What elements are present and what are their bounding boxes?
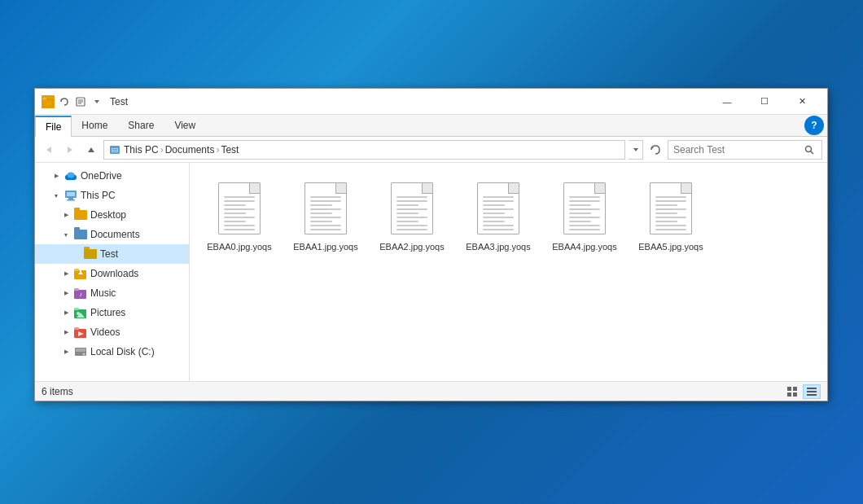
file-name: EBAA5.jpg.yoqs (638, 241, 703, 252)
breadcrumb-test[interactable]: Test (221, 144, 239, 156)
help-button[interactable]: ? (804, 116, 824, 135)
expand-desktop-icon[interactable]: ▶ (61, 210, 71, 220)
document-icon (304, 182, 347, 234)
sidebar-label-test: Test (100, 248, 118, 260)
file-name: EBAA2.jpg.yoqs (379, 241, 445, 252)
minimize-button[interactable]: — (708, 89, 746, 115)
tab-file[interactable]: File (35, 116, 72, 137)
expand-music-icon[interactable]: ▶ (61, 288, 71, 298)
search-icon[interactable] (802, 142, 817, 157)
svg-text:♪: ♪ (79, 291, 82, 298)
grid-view-button[interactable] (783, 384, 801, 399)
file-name: EBAA0.jpg.yoqs (207, 241, 272, 252)
close-button[interactable]: ✕ (783, 89, 821, 115)
list-item[interactable]: EBAA2.jpg.yoqs (375, 176, 449, 256)
svg-rect-2 (42, 98, 46, 100)
sidebar-item-downloads[interactable]: ▶ Downloads (35, 264, 189, 283)
list-view-button[interactable] (803, 384, 821, 399)
sidebar: ▶ OneDrive ▼ (35, 163, 190, 381)
svg-rect-26 (68, 198, 73, 199)
sidebar-label-pictures: Pictures (90, 307, 125, 318)
refresh-button[interactable] (646, 141, 664, 159)
svg-point-19 (806, 146, 812, 151)
sidebar-item-pictures[interactable]: ▶ Pictures (35, 303, 189, 322)
title-bar-dropdown-icon[interactable] (90, 96, 103, 107)
expand-documents-icon[interactable]: ▼ (61, 230, 71, 239)
expand-pictures-icon[interactable]: ▶ (61, 308, 71, 318)
file-icon (560, 179, 609, 238)
breadcrumb-documents[interactable]: Documents (165, 144, 215, 156)
list-item[interactable]: EBAA5.jpg.yoqs (634, 176, 707, 256)
properties-icon[interactable] (74, 96, 87, 107)
view-toggles (783, 384, 821, 399)
test-folder-icon (84, 248, 97, 261)
sidebar-label-documents: Documents (90, 229, 140, 240)
svg-line-20 (811, 151, 814, 154)
list-item[interactable]: EBAA0.jpg.yoqs (203, 176, 276, 256)
music-icon: ♪ (74, 287, 87, 300)
sidebar-label-onedrive: OneDrive (81, 170, 122, 182)
expand-thispc-icon[interactable]: ▼ (51, 191, 61, 200)
svg-rect-27 (67, 199, 75, 201)
file-icon (215, 179, 264, 238)
sidebar-item-videos[interactable]: ▶ Videos (35, 322, 189, 342)
sidebar-label-desktop: Desktop (90, 209, 126, 221)
svg-point-23 (68, 173, 75, 178)
desktop-icon (74, 208, 87, 221)
tab-home[interactable]: Home (72, 115, 118, 136)
search-box[interactable] (668, 140, 822, 160)
address-path[interactable]: This PC › Documents › Test (103, 140, 625, 160)
files-grid: EBAA0.jpg.yoqs EBA (203, 176, 814, 256)
document-icon (477, 182, 519, 234)
svg-rect-29 (74, 269, 79, 271)
list-item[interactable]: EBAA3.jpg.yoqs (462, 176, 535, 256)
main-area: ▶ OneDrive ▼ (35, 163, 827, 381)
back-button[interactable] (40, 141, 58, 159)
window-controls: — ☐ ✕ (708, 89, 821, 115)
window-title: Test (110, 96, 708, 107)
file-icon (388, 179, 436, 238)
up-button[interactable] (82, 141, 100, 159)
pictures-icon (74, 306, 87, 319)
svg-rect-15 (112, 149, 117, 150)
title-bar: Test — ☐ ✕ (35, 89, 827, 115)
svg-marker-12 (88, 147, 94, 152)
file-explorer-window: Test — ☐ ✕ File Home Share View ? (34, 88, 828, 401)
expand-downloads-icon[interactable]: ▶ (61, 269, 71, 278)
svg-rect-51 (807, 394, 817, 396)
svg-rect-14 (112, 148, 118, 152)
sidebar-label-local-disk: Local Disk (C:) (90, 346, 155, 357)
file-name: EBAA3.jpg.yoqs (466, 241, 531, 252)
status-bar: 6 items (35, 381, 827, 401)
sidebar-item-local-disk[interactable]: ▶ Local Disk (C:) (35, 342, 189, 362)
address-chevron-icon[interactable] (629, 140, 643, 160)
file-name: EBAA4.jpg.yoqs (552, 241, 617, 252)
document-icon (391, 182, 433, 234)
svg-marker-10 (46, 147, 51, 153)
svg-rect-40 (74, 327, 79, 330)
sidebar-item-test[interactable]: ▶ Test (35, 244, 189, 264)
breadcrumb-thispc[interactable]: This PC (124, 144, 159, 156)
svg-rect-47 (787, 392, 791, 397)
sidebar-item-desktop[interactable]: ▶ Desktop (35, 205, 189, 225)
forward-button[interactable] (61, 141, 79, 159)
tab-share[interactable]: Share (118, 115, 164, 136)
expand-icon[interactable]: ▶ (51, 171, 61, 181)
sidebar-item-music[interactable]: ▶ ♪ Music (35, 283, 189, 303)
list-item[interactable]: EBAA4.jpg.yoqs (548, 176, 621, 256)
sidebar-item-documents[interactable]: ▼ Documents (35, 225, 189, 244)
search-input[interactable] (673, 144, 802, 156)
computer-icon (64, 189, 77, 202)
sidebar-item-thispc[interactable]: ▼ This PC (35, 186, 189, 205)
tab-view[interactable]: View (164, 115, 206, 136)
sidebar-item-onedrive[interactable]: ▶ OneDrive (35, 166, 189, 186)
expand-videos-icon[interactable]: ▶ (61, 327, 71, 337)
onedrive-icon (64, 169, 77, 182)
maximize-button[interactable]: ☐ (746, 89, 783, 115)
expand-disk-icon[interactable]: ▶ (61, 347, 71, 357)
list-item[interactable]: EBAA1.jpg.yoqs (289, 176, 362, 256)
downloads-icon (74, 267, 87, 280)
undo-icon[interactable] (58, 96, 71, 107)
svg-rect-31 (80, 270, 81, 274)
svg-rect-49 (807, 388, 817, 389)
